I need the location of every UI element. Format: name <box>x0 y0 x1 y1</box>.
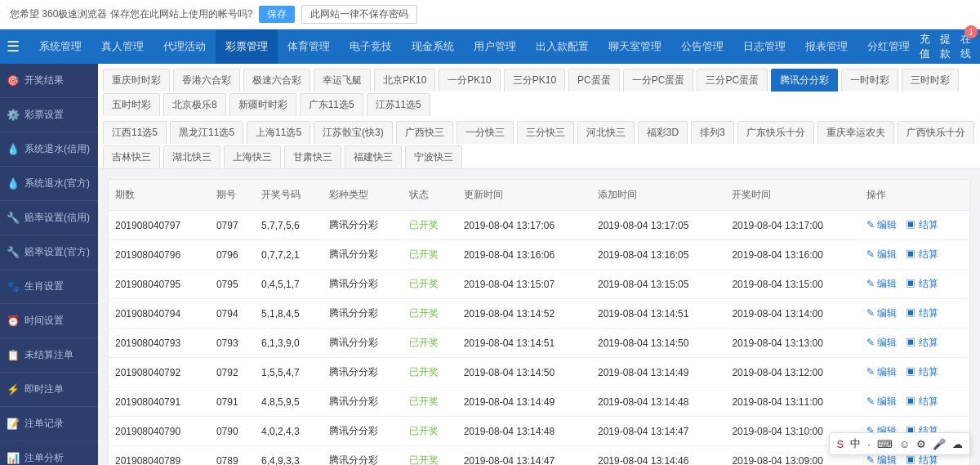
nav-item-report[interactable]: 报表管理 <box>795 29 858 64</box>
tab-xinjiang-ssc[interactable]: 新疆时时彩 <box>229 93 296 116</box>
tab-guangxi-k3[interactable]: 广西快三 <box>396 121 453 144</box>
tab-1h-ssc[interactable]: 一时时彩 <box>841 69 898 92</box>
no-save-button[interactable]: 此网站一律不保存密码 <box>301 5 417 24</box>
nav-item-cash[interactable]: 现金系统 <box>402 29 464 64</box>
cell-caizong: 腾讯分分彩 <box>323 270 403 299</box>
tab-1min-k3[interactable]: 一分快三 <box>457 121 514 144</box>
tab-jiangsu-11[interactable]: 江苏11选5 <box>367 93 430 116</box>
sidebar-item-records[interactable]: 📝 注单记录 <box>0 407 98 441</box>
nav-item-log[interactable]: 日志管理 <box>733 29 795 64</box>
calc-btn[interactable]: ▣ 结算 <box>906 219 938 230</box>
save-button[interactable]: 保存 <box>259 6 295 23</box>
tab-1min-pk10[interactable]: 一分PK10 <box>439 69 500 92</box>
calc-btn[interactable]: ▣ 结算 <box>906 396 938 407</box>
edit-btn[interactable]: ✎ 编辑 <box>866 454 897 465</box>
calc-btn[interactable]: ▣ 结算 <box>906 278 938 289</box>
menu-icon[interactable]: ☰ <box>7 38 20 56</box>
online-btn[interactable]: 在线 1 <box>960 32 971 61</box>
tab-3min-pk10[interactable]: 三分PK10 <box>504 69 565 92</box>
tab-guangdong-11[interactable]: 广东11选5 <box>300 93 363 116</box>
records-icon: 📝 <box>7 418 20 430</box>
sidebar-item-time[interactable]: ⏰ 时间设置 <box>0 304 98 338</box>
cloud-icon[interactable]: ☁ <box>952 438 963 450</box>
calc-btn[interactable]: ▣ 结算 <box>906 337 938 348</box>
tab-tengxun-ffc[interactable]: 腾讯分分彩 <box>771 69 838 92</box>
nav-item-agent[interactable]: 代理活动 <box>154 29 216 64</box>
nav-item-system[interactable]: 系统管理 <box>29 29 91 64</box>
mic-icon[interactable]: 🎤 <box>933 438 946 450</box>
sogou-icon[interactable]: S <box>836 438 844 450</box>
edit-btn[interactable]: ✎ 编辑 <box>866 248 897 260</box>
ime-lang-icon[interactable]: ⌨ <box>877 438 893 450</box>
nav-item-user[interactable]: 用户管理 <box>464 29 526 64</box>
tab-beijing-happy8[interactable]: 北京极乐8 <box>163 93 226 116</box>
sidebar-item-zodiac[interactable]: 🐾 生肖设置 <box>0 270 98 304</box>
emoji-icon[interactable]: ☺ <box>899 438 910 450</box>
tab-jiangsu-shaibo[interactable]: 江苏骰宝(快3) <box>314 121 393 144</box>
cell-qishu: 201908040791 <box>109 387 210 417</box>
recharge-btn[interactable]: 充值 <box>920 32 930 61</box>
tab-guangxi-happy10[interactable]: 广西快乐十分 <box>898 121 974 144</box>
sidebar-item-rebate-official[interactable]: 💧 系统退水(官方) <box>0 167 98 201</box>
sidebar-item-odds-credit[interactable]: 🔧 赔率设置(信用) <box>0 201 98 235</box>
settings-icon[interactable]: ⚙ <box>916 438 926 450</box>
sidebar-item-realtime[interactable]: ⚡ 即时注单 <box>0 373 98 407</box>
tab-5h-ssc[interactable]: 五时时彩 <box>103 93 160 116</box>
chinese-mode-icon[interactable]: 中 <box>850 436 861 451</box>
edit-btn[interactable]: ✎ 编辑 <box>866 337 897 348</box>
tab-chongqing-farmer[interactable]: 重庆幸运农夫 <box>817 121 894 144</box>
nav-item-chat[interactable]: 聊天室管理 <box>599 29 671 64</box>
tab-1min-pc[interactable]: 一分PC蛋蛋 <box>623 69 694 92</box>
sidebar-item-rebate-credit[interactable]: 💧 系统退水(信用) <box>0 132 98 167</box>
cell-update-time: 2019-08-04 13:14:50 <box>457 358 591 387</box>
tab-fujian-k3[interactable]: 福建快三 <box>345 145 402 168</box>
edit-btn[interactable]: ✎ 编辑 <box>866 307 897 319</box>
sidebar-item-odds-official[interactable]: 🔧 赔率设置(官方) <box>0 235 98 270</box>
sidebar-item-lottery-result[interactable]: 🎯 开奖结果 <box>0 64 98 98</box>
tab-shanghai-k3[interactable]: 上海快三 <box>224 145 281 168</box>
tab-3min-pc[interactable]: 三分PC蛋蛋 <box>697 69 768 92</box>
sidebar-item-analysis[interactable]: 📊 注单分析 <box>0 441 98 465</box>
tab-pailie3[interactable]: 排列3 <box>691 121 734 144</box>
edit-btn[interactable]: ✎ 编辑 <box>866 366 897 378</box>
tab-3min-k3[interactable]: 三分快三 <box>517 121 574 144</box>
edit-btn[interactable]: ✎ 编辑 <box>866 278 897 289</box>
tab-jisu-liuhe[interactable]: 极速六合彩 <box>243 69 310 92</box>
tab-chongqing-ssc[interactable]: 重庆时时彩 <box>103 69 170 92</box>
tab-jilin-k3[interactable]: 吉林快三 <box>103 145 160 168</box>
tab-fucai-3d[interactable]: 福彩3D <box>638 121 688 144</box>
calc-btn[interactable]: ▣ 结算 <box>906 454 938 465</box>
tab-beijing-pk10[interactable]: 北京PK10 <box>374 69 435 92</box>
edit-btn[interactable]: ✎ 编辑 <box>866 396 897 407</box>
tab-lucky-boat[interactable]: 幸运飞艇 <box>314 69 371 92</box>
tab-pc-egg[interactable]: PC蛋蛋 <box>568 69 620 92</box>
nav-item-notice[interactable]: 公告管理 <box>671 29 733 64</box>
tab-hebei-k3[interactable]: 河北快三 <box>577 121 635 144</box>
nav-item-deposit[interactable]: 出入款配置 <box>526 29 599 64</box>
nav-item-lottery[interactable]: 彩票管理 <box>216 29 278 64</box>
calc-btn[interactable]: ▣ 结算 <box>906 307 938 319</box>
sidebar-item-lottery-settings[interactable]: ⚙️ 彩票设置 <box>0 98 98 132</box>
sidebar-item-unsettled[interactable]: 📋 未结算注单 <box>0 338 98 373</box>
tab-jiangxi-11[interactable]: 江西11选5 <box>103 121 167 144</box>
nav-item-esports[interactable]: 电子竞技 <box>340 29 402 64</box>
calc-btn[interactable]: ▣ 结算 <box>906 248 938 260</box>
tab-shanghai-11[interactable]: 上海11选5 <box>247 121 310 144</box>
tab-gansu-k3[interactable]: 甘肃快三 <box>284 145 341 168</box>
withdraw-btn[interactable]: 提款 <box>940 32 951 61</box>
tab-hk-liuhe[interactable]: 香港六合彩 <box>173 69 240 92</box>
nav-item-sports[interactable]: 体育管理 <box>278 29 340 64</box>
nav-item-live[interactable]: 真人管理 <box>91 29 154 64</box>
tab-guangdong-happy10[interactable]: 广东快乐十分 <box>737 121 814 144</box>
calc-btn[interactable]: ▣ 结算 <box>906 366 938 378</box>
edit-btn[interactable]: ✎ 编辑 <box>866 219 897 230</box>
tab-hubei-k3[interactable]: 湖北快三 <box>163 145 220 168</box>
tab-heilongjiang-11[interactable]: 黑龙江11选5 <box>170 121 243 144</box>
nav-item-dividend[interactable]: 分红管理 <box>858 29 920 64</box>
ime-bar: S 中 · ⌨ ☺ ⚙ 🎤 ☁ <box>829 432 970 455</box>
cell-action: ✎ 编辑 ▣ 结算 <box>860 270 969 299</box>
tab-3h-ssc[interactable]: 三时时彩 <box>902 69 959 92</box>
cell-kajiang-time: 2019-08-04 13:13:00 <box>725 329 859 358</box>
tab-ningbo-k3[interactable]: 宁波快三 <box>405 145 462 168</box>
cell-add-time: 2019-08-04 13:14:48 <box>591 387 725 417</box>
